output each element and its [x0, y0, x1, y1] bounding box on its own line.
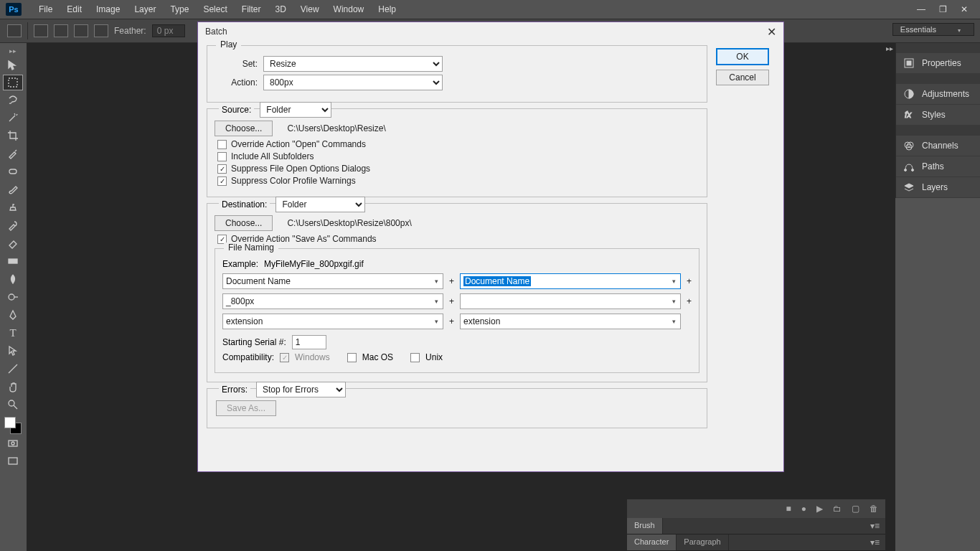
svg-rect-5	[9, 441, 17, 446]
folder-icon[interactable]: 🗀	[833, 504, 842, 514]
menu-3d[interactable]: 3D	[268, 4, 293, 14]
suppress-color-checkbox[interactable]	[217, 176, 227, 186]
trash-icon[interactable]: 🗑	[870, 504, 878, 514]
zoom-tool-icon[interactable]	[3, 396, 23, 413]
lasso-tool-icon[interactable]	[3, 91, 23, 108]
tools-collapse-icon[interactable]: ▸▸	[9, 47, 17, 55]
compat-unix-checkbox[interactable]	[410, 353, 420, 362]
add-selection-icon[interactable]	[54, 24, 68, 37]
eyedropper-tool-icon[interactable]	[3, 145, 23, 162]
panel-styles[interactable]: fx Styles	[896, 105, 980, 126]
bottom-panels: ■ ● ▶ 🗀 ▢ 🗑 Brush ▾≡ Character Paragraph…	[627, 499, 885, 551]
tab-character[interactable]: Character	[627, 534, 677, 550]
color-swatches[interactable]	[4, 417, 22, 434]
blur-tool-icon[interactable]	[3, 270, 23, 288]
workspace-switcher[interactable]: Essentials	[892, 23, 974, 36]
dodge-tool-icon[interactable]	[3, 288, 23, 306]
naming-field-6[interactable]: extension	[460, 314, 681, 329]
stop-icon[interactable]: ■	[786, 504, 791, 514]
menu-select[interactable]: Select	[196, 4, 234, 14]
panel-layers[interactable]: Layers	[896, 177, 980, 198]
hand-tool-icon[interactable]	[3, 378, 23, 395]
clone-stamp-tool-icon[interactable]	[3, 199, 23, 216]
errors-select[interactable]: Stop for Errors	[256, 382, 346, 397]
magic-wand-tool-icon[interactable]	[3, 109, 23, 126]
svg-point-4	[9, 400, 14, 406]
destination-choose-button[interactable]: Choose...	[215, 215, 273, 231]
menu-layer[interactable]: Layer	[127, 4, 163, 14]
move-tool-icon[interactable]	[3, 57, 23, 74]
naming-field-1[interactable]: Document Name	[222, 273, 443, 289]
quick-mask-icon[interactable]	[3, 435, 23, 452]
menu-image[interactable]: Image	[89, 4, 127, 14]
override-open-checkbox[interactable]	[217, 140, 227, 149]
menu-filter[interactable]: Filter	[235, 4, 268, 14]
path-selection-tool-icon[interactable]	[3, 342, 23, 359]
brush-tool-icon[interactable]	[3, 181, 23, 198]
suppress-open-checkbox[interactable]	[217, 164, 227, 174]
destination-select[interactable]: Folder	[275, 197, 365, 212]
naming-field-5[interactable]: extension	[222, 314, 443, 329]
app-logo: Ps	[6, 3, 22, 16]
pen-tool-icon[interactable]	[3, 306, 23, 324]
close-button[interactable]: ✕	[954, 2, 974, 17]
gradient-tool-icon[interactable]	[3, 253, 23, 270]
panel-properties[interactable]: Properties	[896, 53, 980, 74]
menu-help[interactable]: Help	[371, 4, 403, 14]
menu-type[interactable]: Type	[163, 4, 196, 14]
compat-mac-checkbox[interactable]	[347, 353, 357, 362]
errors-label: Errors:	[219, 385, 250, 395]
subtract-selection-icon[interactable]	[74, 24, 88, 37]
crop-tool-icon[interactable]	[3, 127, 23, 144]
tab-brush[interactable]: Brush	[627, 518, 663, 534]
suppress-color-label: Suppress Color Profile Warnings	[231, 176, 356, 186]
history-brush-tool-icon[interactable]	[3, 217, 23, 234]
menu-view[interactable]: View	[293, 4, 326, 14]
new-selection-icon[interactable]	[34, 24, 48, 37]
intersect-selection-icon[interactable]	[94, 24, 108, 37]
include-subfolders-label: Include All Subfolders	[231, 151, 314, 161]
channels-icon	[903, 140, 915, 151]
tab-paragraph[interactable]: Paragraph	[677, 534, 728, 550]
feather-input[interactable]: 0 px	[152, 24, 185, 37]
batch-dialog: Batch ✕ Play Set: Resize Action: 800px S…	[197, 22, 784, 472]
compat-windows-checkbox	[280, 353, 289, 362]
action-select[interactable]: 800px	[263, 75, 443, 90]
panel-menu-icon[interactable]: ▾≡	[864, 534, 885, 550]
set-select[interactable]: Resize	[263, 56, 443, 72]
line-tool-icon[interactable]	[3, 360, 23, 377]
menu-file[interactable]: File	[32, 4, 60, 14]
example-label: Example:	[222, 259, 258, 269]
panel-channels[interactable]: Channels	[896, 136, 980, 156]
plus-icon: +	[687, 296, 692, 306]
source-select[interactable]: Folder	[260, 102, 331, 118]
serial-input[interactable]	[292, 335, 326, 349]
maximize-button[interactable]: ❐	[933, 2, 953, 17]
include-subfolders-checkbox[interactable]	[217, 152, 227, 161]
ok-button[interactable]: OK	[716, 48, 769, 65]
layers-icon	[903, 182, 915, 193]
healing-brush-tool-icon[interactable]	[3, 163, 23, 180]
menu-window[interactable]: Window	[326, 4, 372, 14]
screen-mode-icon[interactable]	[3, 453, 23, 470]
naming-field-4[interactable]	[460, 293, 681, 309]
menu-edit[interactable]: Edit	[60, 4, 89, 14]
new-icon[interactable]: ▢	[852, 504, 859, 514]
marquee-tool-preset-icon[interactable]	[7, 24, 22, 37]
panel-collapse-icon[interactable]: ▸▸	[886, 44, 893, 52]
naming-field-3[interactable]: _800px	[222, 293, 443, 309]
panel-paths[interactable]: Paths	[896, 156, 980, 177]
eraser-tool-icon[interactable]	[3, 235, 23, 252]
record-icon[interactable]: ●	[801, 504, 806, 514]
type-tool-icon[interactable]: T	[3, 324, 23, 342]
minimize-button[interactable]: —	[911, 2, 931, 17]
naming-field-2[interactable]: Document Name	[460, 273, 681, 289]
panel-menu-icon[interactable]: ▾≡	[864, 518, 885, 534]
foreground-color-swatch[interactable]	[4, 417, 16, 428]
dialog-close-button[interactable]: ✕	[767, 25, 776, 39]
play-icon[interactable]: ▶	[816, 504, 823, 514]
marquee-tool-icon[interactable]	[3, 75, 23, 90]
panel-adjustments[interactable]: Adjustments	[896, 84, 980, 105]
cancel-button[interactable]: Cancel	[716, 70, 769, 85]
source-choose-button[interactable]: Choose...	[215, 121, 273, 136]
